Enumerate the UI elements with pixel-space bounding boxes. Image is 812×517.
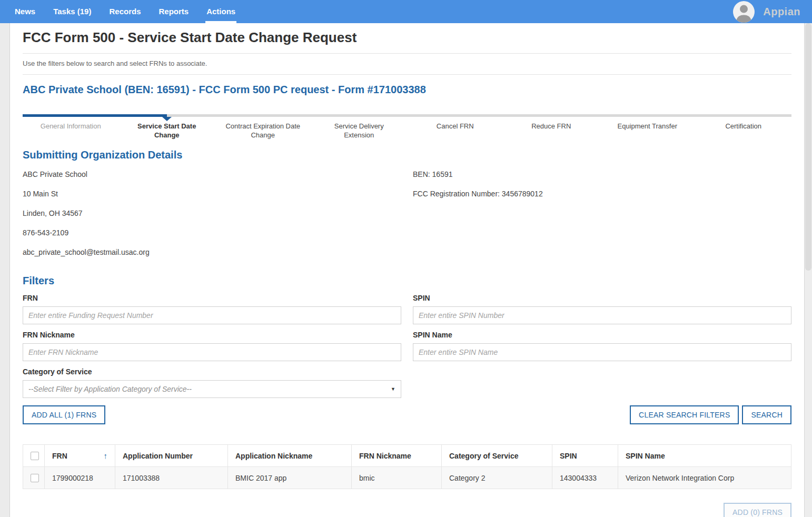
person-icon [733,1,755,23]
filter-actions-row: ADD ALL (1) FRNS CLEAR SEARCH FILTERS SE… [23,405,791,424]
frn-nickname-label: FRN Nickname [23,331,401,340]
search-button[interactable]: SEARCH [742,405,791,424]
nav-item-actions[interactable]: Actions [197,0,244,23]
nav-item-tasks[interactable]: Tasks (19) [44,0,100,23]
cell-application-number: 171003388 [115,467,228,489]
organization-ben: BEN: 16591 [413,167,791,178]
column-header-category-of-service[interactable]: Category of Service [442,445,552,467]
results-table-section: FRN ↑ Application Number Application Nic… [23,444,791,517]
column-header-spin-name[interactable]: SPIN Name [618,445,791,467]
nav-right-area: Appian [733,0,812,23]
organization-details-section: Submitting Organization Details ABC Priv… [23,148,791,264]
sort-ascending-icon[interactable]: ↑ [104,451,108,460]
top-navigation-bar: News Tasks (19) Records Reports Actions … [0,0,812,23]
select-all-header-cell [23,445,45,467]
stepper-labels: General Information Service Start Date C… [23,122,791,140]
add-selected-row: ADD (0) FRNS [23,503,791,517]
nav-item-records[interactable]: Records [100,0,150,23]
organization-address-column: ABC Private School 10 Main St Linden, OH… [23,167,401,264]
nav-item-news[interactable]: News [6,0,44,23]
column-header-application-nickname[interactable]: Application Nickname [228,445,352,467]
category-of-service-select[interactable]: --Select Filter by Application Category … [23,380,401,398]
add-selected-frns-button[interactable]: ADD (0) FRNS [724,503,791,517]
nav-item-reports[interactable]: Reports [150,0,197,23]
organization-fcc-registration: FCC Registration Number: 3456789012 [413,186,791,197]
page-instructions: Use the filters below to search and sele… [23,59,791,68]
cell-spin: 143004333 [552,467,618,489]
category-of-service-field-group: Category of Service --Select Filter by A… [23,367,401,398]
select-all-checkbox[interactable] [31,452,39,460]
column-header-frn-nickname[interactable]: FRN Nickname [352,445,442,467]
organization-street: 10 Main St [23,186,401,197]
spin-field-group: SPIN [413,294,791,324]
form-heading: ABC Private School (BEN: 16591) - FCC Fo… [23,83,791,96]
step-service-delivery-extension[interactable]: Service Delivery Extension [311,122,408,140]
filters-form: FRN SPIN FRN Nickname SPIN Name Category… [23,294,791,398]
organization-city-state-zip: Linden, OH 34567 [23,206,401,217]
frn-nickname-input[interactable] [23,343,401,361]
step-equipment-transfer[interactable]: Equipment Transfer [599,122,696,140]
row-checkbox[interactable] [31,474,39,482]
step-contract-expiration-date-change[interactable]: Contract Expiration Date Change [215,122,311,140]
spin-name-input[interactable] [413,343,791,361]
cell-category-of-service: Category 2 [442,467,552,489]
cell-frn: 1799000218 [45,467,115,489]
cell-application-nickname: BMIC 2017 app [228,467,352,489]
step-certification[interactable]: Certification [696,122,792,140]
step-service-start-date-change[interactable]: Service Start Date Change [119,122,215,140]
spin-name-field-group: SPIN Name [413,331,791,361]
filters-heading: Filters [23,274,791,287]
column-header-frn-label: FRN [52,452,67,460]
column-header-application-number[interactable]: Application Number [115,445,228,467]
cell-spin-name: Verizon Network Integration Corp [618,467,791,489]
user-avatar[interactable] [733,1,755,23]
divider [23,74,791,75]
organization-name: ABC Private School [23,167,401,178]
spin-label: SPIN [413,294,791,303]
page-title: FCC Form 500 - Service Start Date Change… [23,28,791,46]
organization-phone: 876-543-2109 [23,225,401,236]
frn-label: FRN [23,294,401,303]
step-reduce-frn[interactable]: Reduce FRN [503,122,600,140]
clear-search-filters-button[interactable]: CLEAR SEARCH FILTERS [630,405,739,424]
frn-field-group: FRN [23,294,401,324]
category-of-service-label: Category of Service [23,367,401,376]
add-all-frns-button[interactable]: ADD ALL (1) FRNS [23,405,105,424]
column-header-frn[interactable]: FRN ↑ [45,445,115,467]
column-header-spin[interactable]: SPIN [552,445,618,467]
wizard-stepper: General Information Service Start Date C… [23,114,791,140]
results-table: FRN ↑ Application Number Application Nic… [23,444,791,489]
spin-input[interactable] [413,306,791,324]
divider [23,53,791,54]
left-page-gutter [0,23,10,517]
organization-ids-column: BEN: 16591 FCC Registration Number: 3456… [413,167,791,264]
frn-nickname-field-group: FRN Nickname [23,331,401,361]
organization-email: abc_private_school@testmail.usac.org [23,245,401,256]
row-select-cell [23,467,45,489]
appian-logo: Appian [763,6,800,18]
step-cancel-frn[interactable]: Cancel FRN [407,122,503,140]
scrollbar-thumb[interactable] [805,23,811,271]
main-content: FCC Form 500 - Service Start Date Change… [10,23,804,517]
table-row: 1799000218 171003388 BMIC 2017 app bmic … [23,467,791,489]
table-header-row: FRN ↑ Application Number Application Nic… [23,445,791,467]
organization-details-heading: Submitting Organization Details [23,148,791,162]
cell-frn-nickname: bmic [352,467,442,489]
spin-name-label: SPIN Name [413,331,791,340]
stepper-track [23,114,791,117]
stepper-progress-marker [23,114,167,117]
step-general-information[interactable]: General Information [23,122,119,140]
vertical-scrollbar[interactable] [804,23,812,517]
frn-input[interactable] [23,306,401,324]
